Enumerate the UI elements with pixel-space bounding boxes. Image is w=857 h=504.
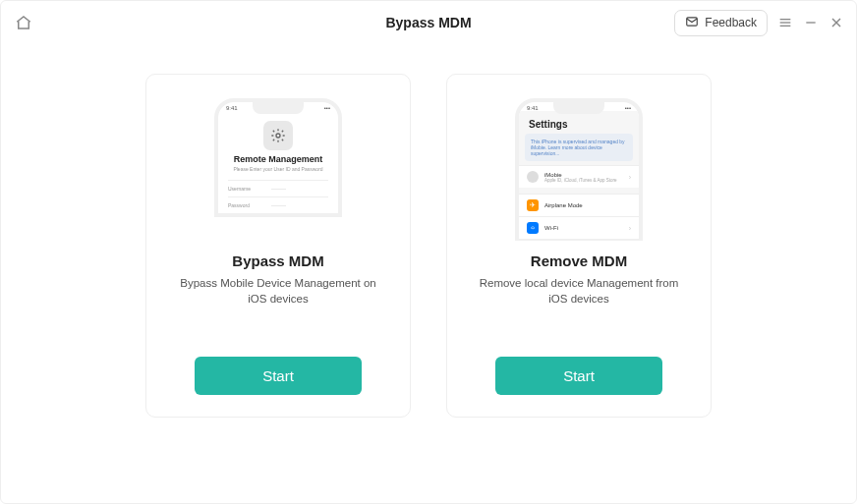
gear-icon bbox=[263, 121, 293, 150]
card-title-bypass: Bypass MDM bbox=[232, 252, 323, 269]
profile-sub: Apple ID, iCloud, iTunes & App Store bbox=[544, 178, 623, 183]
card-desc-remove: Remove local device Management from iOS … bbox=[476, 275, 682, 307]
mail-icon bbox=[685, 15, 699, 31]
feedback-label: Feedback bbox=[705, 16, 757, 29]
card-remove-mdm: 9:41 ••• Settings This iPhone is supervi… bbox=[446, 74, 712, 418]
username-placeholder: ——— bbox=[271, 186, 286, 192]
window-controls bbox=[777, 15, 844, 30]
avatar-icon bbox=[527, 171, 539, 183]
signal-icon: ••• bbox=[324, 105, 330, 111]
page-title: Bypass MDM bbox=[385, 15, 471, 30]
username-label: Username bbox=[228, 186, 265, 192]
home-icon[interactable] bbox=[13, 12, 34, 33]
settings-row-airplane: ✈ Airplane Mode bbox=[519, 194, 639, 216]
phone-time: 9:41 bbox=[527, 105, 539, 111]
titlebar: Bypass MDM Feedback bbox=[1, 1, 856, 44]
settings-heading: Settings bbox=[519, 111, 639, 134]
svg-point-7 bbox=[276, 134, 280, 138]
password-placeholder: ——— bbox=[271, 202, 286, 208]
phone-rm-title: Remote Management bbox=[228, 154, 328, 164]
minimize-icon[interactable] bbox=[803, 15, 819, 30]
airplane-icon: ✈ bbox=[527, 199, 539, 211]
close-icon[interactable] bbox=[828, 15, 844, 30]
feedback-button[interactable]: Feedback bbox=[674, 10, 768, 36]
card-bypass-mdm: 9:41 ••• Remote Management Please Enter … bbox=[145, 74, 411, 418]
settings-row-profile: iMobie Apple ID, iCloud, iTunes & App St… bbox=[519, 165, 639, 188]
chevron-right-icon: › bbox=[629, 174, 631, 181]
phone-notch bbox=[553, 102, 604, 114]
titlebar-right: Feedback bbox=[674, 10, 844, 36]
chevron-right-icon: › bbox=[629, 225, 631, 232]
card-title-remove: Remove MDM bbox=[531, 252, 627, 269]
phone-rm-sub: Please Enter your User ID and Password bbox=[228, 166, 328, 172]
start-button-bypass[interactable]: Start bbox=[195, 357, 362, 395]
wifi-icon: ⌔ bbox=[527, 222, 539, 234]
airplane-label: Airplane Mode bbox=[544, 202, 631, 208]
wifi-label: Wi-Fi bbox=[544, 225, 623, 231]
content-area: 9:41 ••• Remote Management Please Enter … bbox=[1, 44, 856, 503]
phone-preview-remove: 9:41 ••• Settings This iPhone is supervi… bbox=[500, 98, 657, 241]
menu-icon[interactable] bbox=[777, 15, 793, 30]
signal-icon: ••• bbox=[625, 105, 631, 111]
phone-notch bbox=[253, 102, 304, 114]
password-label: Password bbox=[228, 202, 265, 208]
app-window: Bypass MDM Feedback bbox=[0, 0, 857, 504]
settings-row-wifi: ⌔ Wi-Fi › bbox=[519, 216, 639, 239]
supervision-banner: This iPhone is supervised and managed by… bbox=[525, 134, 633, 161]
phone-preview-bypass: 9:41 ••• Remote Management Please Enter … bbox=[200, 98, 357, 241]
phone-time: 9:41 bbox=[226, 105, 238, 111]
card-desc-bypass: Bypass Mobile Device Management on iOS d… bbox=[175, 275, 381, 307]
start-button-remove[interactable]: Start bbox=[495, 357, 662, 395]
